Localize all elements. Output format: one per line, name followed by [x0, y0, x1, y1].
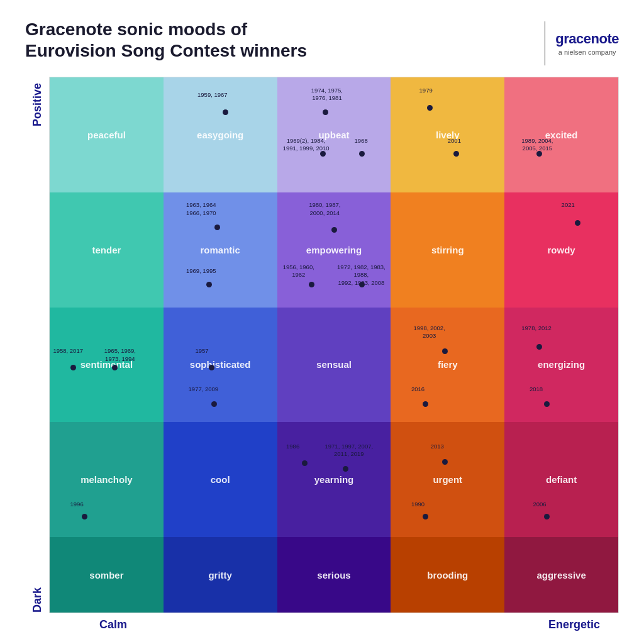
cell-sophisticated: 1957 1977, 2009 sophisticated	[164, 308, 277, 423]
x-axis: Calm Energetic	[49, 613, 619, 631]
years-lively-1979: 1979	[419, 87, 433, 94]
dot-upbeat-2	[320, 151, 326, 157]
cell-label-urgent: urgent	[433, 474, 462, 485]
page-title: Gracenote sonic moods ofEurovision Song …	[25, 19, 307, 61]
years-sophisticated-2: 1977, 2009	[189, 386, 219, 393]
cell-label-brooding: brooding	[427, 570, 468, 580]
cell-label-tender: tender	[92, 245, 121, 255]
years-energizing-2: 2018	[530, 386, 543, 393]
cell-melancholy: 1996 melancholy	[50, 422, 164, 537]
logo-name: gracenote	[555, 31, 619, 47]
chart-and-x-axis: peaceful 1959, 1967 easygoing 1974, 1975…	[49, 77, 619, 631]
cell-lively: 1979 2001 lively	[391, 77, 504, 192]
dot-defiant	[544, 514, 550, 519]
dot-excited	[536, 151, 542, 157]
cell-urgent: 2013 1990 urgent	[391, 422, 504, 537]
years-sophisticated-1: 1957	[195, 347, 208, 355]
cell-label-sophisticated: sophisticated	[190, 359, 251, 370]
mood-grid: peaceful 1959, 1967 easygoing 1974, 1975…	[49, 77, 619, 613]
header: Gracenote sonic moods ofEurovision Song …	[25, 19, 619, 65]
y-axis: Positive Dark	[25, 77, 49, 631]
years-energizing-1: 1978, 2012	[521, 325, 552, 332]
cell-energizing: 1978, 2012 2018 energizing	[504, 308, 618, 423]
cell-fiery: 1998, 2002,2003 2016 fiery	[391, 308, 504, 423]
cell-serious: serious	[277, 537, 391, 613]
years-lively-2001: 2001	[448, 137, 461, 145]
cell-label-fiery: fiery	[438, 359, 458, 370]
dot-romantic-1	[214, 225, 220, 230]
cell-rowdy: 2021 rowdy	[504, 192, 618, 308]
dot-melancholy	[82, 514, 87, 519]
logo-subtitle: a nielsen company	[555, 48, 619, 56]
dot-empowering-1	[331, 227, 337, 233]
cell-label-yearning: yearning	[314, 474, 354, 485]
cell-label-serious: serious	[317, 570, 350, 580]
dot-rowdy	[575, 220, 580, 226]
dot-sentimental-1	[70, 365, 76, 370]
years-yearning-2: 1971, 1997, 2007,2011, 2019	[325, 443, 374, 458]
logo: gracenote a nielsen company	[555, 31, 619, 56]
dot-yearning-1	[302, 460, 308, 466]
dot-fiery-2	[423, 401, 428, 407]
header-divider	[545, 21, 545, 65]
y-label-dark: Dark	[31, 587, 44, 613]
years-empowering-2: 1956, 1960,1962	[283, 264, 314, 279]
cell-gritty: gritty	[164, 537, 277, 613]
cell-label-aggressive: aggressive	[536, 570, 586, 580]
cell-tender: tender	[50, 192, 164, 308]
dot-empowering-3	[359, 282, 365, 287]
years-urgent-1: 2013	[431, 443, 444, 450]
years-excited: 1989, 2004,2005, 2015	[521, 137, 553, 153]
years-rowdy: 2021	[562, 201, 575, 209]
years-upbeat-2: 1969(2), 1984,1991, 1999, 2010	[283, 137, 330, 153]
cell-defiant: 2006 defiant	[504, 422, 618, 537]
y-label-positive: Positive	[31, 83, 44, 126]
years-sentimental-2: 1965, 1969,1973, 1994	[104, 347, 136, 363]
years-defiant: 2006	[533, 501, 546, 508]
logo-name-part1: grace	[555, 31, 591, 47]
years-fiery-1: 1998, 2002,2003	[414, 325, 445, 340]
cell-aggressive: aggressive	[504, 537, 618, 613]
cell-label-sensual: sensual	[316, 359, 352, 370]
x-label-energetic: Energetic	[548, 618, 600, 631]
page: Gracenote sonic moods ofEurovision Song …	[0, 0, 644, 644]
cell-sensual: sensual	[277, 308, 391, 423]
cell-easygoing: 1959, 1967 easygoing	[164, 77, 277, 192]
cell-label-defiant: defiant	[546, 474, 577, 485]
cell-label-somber: somber	[89, 570, 123, 580]
dot-easygoing	[223, 109, 228, 115]
dot-urgent-2	[423, 514, 428, 519]
cell-label-easygoing: easygoing	[197, 130, 243, 140]
years-urgent-2: 1990	[411, 501, 425, 508]
logo-area: gracenote a nielsen company	[545, 19, 619, 65]
cell-label-gritty: gritty	[208, 570, 232, 580]
cell-somber: somber	[50, 537, 164, 613]
cell-empowering: 1980, 1987,2000, 2014 1956, 1960,1962 19…	[277, 192, 391, 308]
years-empowering-1: 1980, 1987,2000, 2014	[309, 201, 340, 217]
chart-container: Positive Dark peaceful 1959, 1967 easygo…	[25, 77, 619, 631]
cell-label-empowering: empowering	[306, 245, 362, 255]
years-yearning-1: 1986	[286, 443, 299, 450]
dot-romantic-2	[206, 282, 212, 287]
dot-energizing-1	[536, 344, 542, 350]
years-fiery-2: 2016	[411, 386, 425, 393]
cell-cool: cool	[164, 422, 277, 537]
cell-excited: 1989, 2004,2005, 2015 excited	[504, 77, 618, 192]
dot-energizing-2	[544, 401, 550, 407]
cell-label-peaceful: peaceful	[87, 130, 126, 140]
dot-sophisticated-1	[209, 365, 214, 370]
years-sentimental-1: 1958, 2017	[53, 347, 83, 355]
dot-lively-2001	[453, 151, 459, 157]
dot-sophisticated-2	[211, 401, 217, 407]
dot-fiery-1	[442, 348, 448, 354]
cell-label-stirring: stirring	[431, 245, 464, 255]
dot-lively-1979	[427, 105, 433, 111]
cell-stirring: stirring	[391, 192, 504, 308]
years-upbeat-1: 1974, 1975,1976, 1981	[311, 87, 343, 103]
dot-upbeat-1	[323, 109, 328, 115]
x-label-calm: Calm	[99, 618, 127, 631]
years-easygoing: 1959, 1967	[197, 91, 228, 99]
cell-label-energizing: energizing	[538, 359, 585, 370]
dot-empowering-2	[309, 282, 314, 287]
years-upbeat-3: 1968	[355, 137, 368, 145]
